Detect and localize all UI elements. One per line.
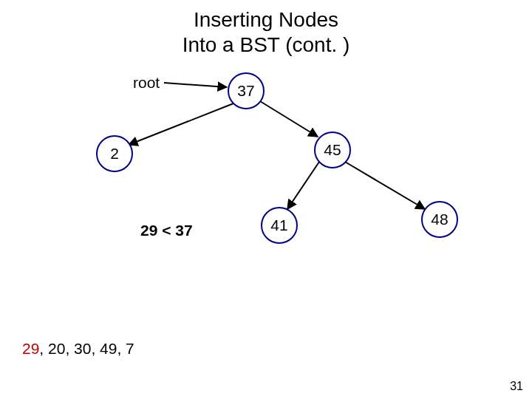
edge-45-41 <box>287 162 319 209</box>
node-37: 37 <box>228 72 265 109</box>
edge-37-2 <box>129 103 233 145</box>
page-number: 31 <box>510 380 523 393</box>
node-45: 45 <box>314 132 351 168</box>
queue-current: 29 <box>22 340 39 357</box>
node-2: 2 <box>96 135 133 172</box>
comparison-text: 29 < 37 <box>140 222 193 239</box>
edge-rootlabel-37 <box>164 83 227 87</box>
edge-37-45 <box>260 101 318 137</box>
queue-rest: , 20, 30, 49, 7 <box>39 340 134 357</box>
node-48: 48 <box>421 201 458 238</box>
node-41: 41 <box>261 207 298 244</box>
edge-45-48 <box>345 162 425 209</box>
tree-edges-svg <box>0 0 532 399</box>
insert-queue: 29, 20, 30, 49, 7 <box>22 340 134 358</box>
